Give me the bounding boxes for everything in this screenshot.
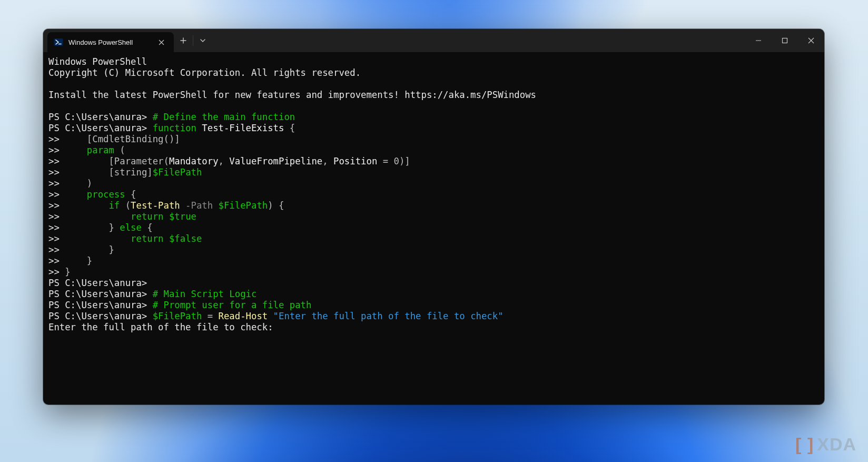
op: = <box>377 156 393 166</box>
param: -Path <box>180 200 213 211</box>
keyword: else <box>120 222 142 233</box>
svg-rect-1 <box>783 38 787 43</box>
cont-prompt: >> <box>48 156 60 166</box>
new-tab-button[interactable] <box>174 29 193 52</box>
prompt: PS C:\Users\anura> <box>48 300 147 310</box>
minimize-button[interactable] <box>745 29 772 52</box>
tab-actions <box>174 29 212 52</box>
keyword: function <box>153 123 196 133</box>
window-controls <box>745 29 824 52</box>
keyword: return <box>131 233 163 244</box>
powershell-icon <box>54 37 63 47</box>
maximize-button[interactable] <box>772 29 798 52</box>
cmdlet: Test-Path <box>131 200 180 211</box>
comment: # Prompt user for a file path <box>153 300 312 310</box>
output-line: Enter the full path of the file to check… <box>48 322 273 332</box>
func-name: Test-FileExists <box>202 123 284 133</box>
sep: , <box>219 156 230 166</box>
cont-prompt: >> <box>48 134 60 144</box>
bool: $false <box>169 233 202 244</box>
cont-prompt: >> <box>48 222 60 233</box>
val: 0 <box>394 156 399 166</box>
header-line: Install the latest PowerShell for new fe… <box>48 90 536 100</box>
prompt: PS C:\Users\anura> <box>48 289 147 299</box>
header-line: Copyright (C) Microsoft Corporation. All… <box>48 67 361 78</box>
arg: Mandatory <box>169 156 219 166</box>
pad <box>65 233 131 244</box>
op: = <box>202 311 218 321</box>
cont-prompt: >> <box>48 255 60 266</box>
variable: $FilePath <box>153 167 202 178</box>
bracket-icon: [ ] <box>795 434 814 455</box>
cmdlet: Read-Host <box>219 311 268 321</box>
variable: $FilePath <box>153 311 202 321</box>
brace: { <box>290 123 295 133</box>
type: string <box>114 167 147 178</box>
sep: , <box>322 156 333 166</box>
close-button[interactable] <box>798 29 824 52</box>
cont-prompt: >> <box>48 167 60 178</box>
pad: [ <box>65 167 114 178</box>
brace: { <box>142 222 153 233</box>
pad <box>65 200 108 211</box>
prompt: PS C:\Users\anura> <box>48 123 147 133</box>
prompt: PS C:\Users\anura> <box>48 278 147 288</box>
code-line: ) <box>65 178 92 189</box>
paren: ( <box>120 200 131 211</box>
comment: # Define the main function <box>153 112 295 122</box>
bool: $true <box>169 211 196 222</box>
sp <box>213 200 218 211</box>
brace: } <box>65 222 120 233</box>
string: "Enter the full path of the file to chec… <box>273 311 504 321</box>
keyword: process <box>87 189 125 200</box>
titlebar[interactable]: Windows PowerShell <box>43 29 824 52</box>
arg: ValueFromPipeline <box>229 156 322 166</box>
sp <box>164 211 169 222</box>
cont-prompt: >> <box>48 145 60 155</box>
pad <box>65 211 131 222</box>
prompt: PS C:\Users\anura> <box>48 112 147 122</box>
xda-watermark: [ ] XDA <box>795 434 856 455</box>
tab-dropdown-button[interactable] <box>193 29 212 52</box>
watermark-text: XDA <box>817 434 856 455</box>
tab-title: Windows PowerShell <box>68 38 133 46</box>
brkt: ] <box>147 167 152 178</box>
tab-close-button[interactable] <box>156 37 166 47</box>
paren: ( <box>114 145 125 155</box>
brace: } <box>65 267 70 277</box>
brace: } <box>65 255 92 266</box>
sp <box>164 233 169 244</box>
sp <box>268 311 273 321</box>
pad: [ <box>65 156 114 166</box>
cont-prompt: >> <box>48 200 60 211</box>
header-line: Windows PowerShell <box>48 56 147 67</box>
paren: ) { <box>268 200 284 211</box>
arg: Position <box>333 156 377 166</box>
cont-prompt: >> <box>48 211 60 222</box>
cont-prompt: >> <box>48 233 60 244</box>
paren: ( <box>164 156 169 166</box>
keyword: return <box>131 211 163 222</box>
attr: Parameter <box>114 156 164 166</box>
terminal-content[interactable]: Windows PowerShell Copyright (C) Microso… <box>43 52 824 405</box>
cont-prompt: >> <box>48 189 60 200</box>
keyword: if <box>108 200 120 211</box>
brace: { <box>125 189 136 200</box>
tab-powershell[interactable]: Windows PowerShell <box>47 32 174 52</box>
code-line: [CmdletBinding()] <box>65 134 180 144</box>
brace: } <box>65 244 114 255</box>
cont-prompt: >> <box>48 267 60 277</box>
cont-prompt: >> <box>48 178 60 189</box>
cont-prompt: >> <box>48 244 60 255</box>
variable: $FilePath <box>219 200 268 211</box>
comment: # Main Script Logic <box>153 289 257 299</box>
prompt: PS C:\Users\anura> <box>48 311 147 321</box>
keyword: param <box>87 145 114 155</box>
paren: )] <box>399 156 410 166</box>
terminal-window: Windows PowerShell Windo <box>43 29 824 405</box>
